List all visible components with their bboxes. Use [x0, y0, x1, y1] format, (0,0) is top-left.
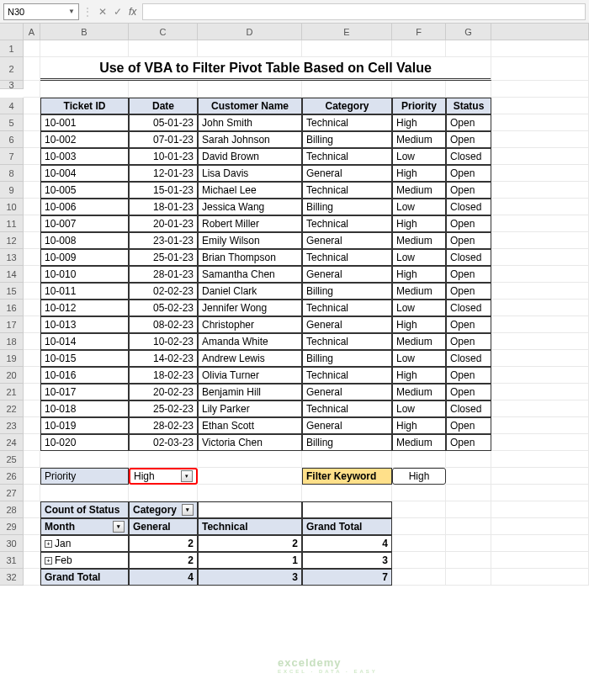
- table-cell: Technical: [302, 148, 392, 165]
- name-box[interactable]: N30 ▼: [3, 3, 79, 20]
- col-header-C[interactable]: C: [129, 24, 198, 40]
- row-header-13[interactable]: 13: [0, 249, 24, 266]
- blank-cell: [24, 485, 40, 501]
- table-cell: Billing: [302, 131, 392, 148]
- row-header-12[interactable]: 12: [0, 232, 24, 249]
- pivot-row-field[interactable]: Month▾: [40, 518, 129, 535]
- row-header-18[interactable]: 18: [0, 333, 24, 350]
- row-header-21[interactable]: 21: [0, 384, 24, 400]
- table-cell: Low: [392, 249, 446, 266]
- row-header-23[interactable]: 23: [0, 417, 24, 434]
- row-header-1[interactable]: 1: [0, 40, 24, 57]
- blank-cell: [491, 367, 589, 384]
- dropdown-icon[interactable]: ▾: [182, 504, 194, 516]
- row-header-8[interactable]: 8: [0, 165, 24, 182]
- blank-cell: [491, 182, 589, 199]
- blank-cell: [24, 165, 40, 182]
- row-header-9[interactable]: 9: [0, 182, 24, 199]
- row-header-7[interactable]: 7: [0, 148, 24, 165]
- row-header-20[interactable]: 20: [0, 367, 24, 384]
- table-cell: Open: [446, 367, 491, 384]
- row-header-32[interactable]: 32: [0, 569, 24, 586]
- pivot-row-label[interactable]: +Feb: [40, 552, 129, 569]
- blank-cell: [491, 468, 589, 485]
- table-cell: 28-01-23: [129, 266, 198, 283]
- row-header-16[interactable]: 16: [0, 300, 24, 316]
- fx-icon[interactable]: fx: [126, 6, 139, 18]
- table-cell: Billing: [302, 199, 392, 215]
- row-header-27[interactable]: 27: [0, 485, 24, 501]
- blank-cell: [198, 451, 302, 468]
- filter-keyword-value[interactable]: High: [392, 468, 446, 485]
- blank-cell: [129, 485, 198, 501]
- pivot-row-label[interactable]: +Jan: [40, 535, 129, 552]
- table-cell: Robert Miller: [198, 215, 302, 232]
- blank-cell: [446, 468, 491, 485]
- table-cell: Technical: [302, 300, 392, 316]
- row-header-6[interactable]: 6: [0, 131, 24, 148]
- table-cell: 15-01-23: [129, 182, 198, 199]
- table-cell: Open: [446, 131, 491, 148]
- row-header-2[interactable]: 2: [0, 57, 24, 81]
- row-header-28[interactable]: 28: [0, 501, 24, 518]
- cancel-icon[interactable]: ✕: [96, 6, 109, 18]
- col-header-D[interactable]: D: [198, 24, 302, 40]
- page-title: Use of VBA to Filter Pivot Table Based o…: [40, 57, 491, 81]
- table-cell: 10-02-23: [129, 333, 198, 350]
- pivot-filter-cell[interactable]: High▾: [129, 468, 198, 485]
- pivot-corner: Count of Status: [40, 501, 129, 518]
- row-header-4[interactable]: 4: [0, 98, 24, 114]
- select-all-corner[interactable]: [0, 24, 24, 40]
- col-header-G[interactable]: G: [446, 24, 491, 40]
- blank-cell: [24, 300, 40, 316]
- formula-bar[interactable]: [142, 3, 586, 20]
- table-cell: Closed: [446, 350, 491, 367]
- pivot-col-field[interactable]: Category▾: [129, 501, 198, 518]
- row-header-14[interactable]: 14: [0, 266, 24, 283]
- blank-cell: [24, 451, 40, 468]
- row-header-5[interactable]: 5: [0, 114, 24, 131]
- name-box-value: N30: [8, 7, 24, 17]
- col-header-B[interactable]: B: [40, 24, 129, 40]
- row-header-15[interactable]: 15: [0, 283, 24, 300]
- col-header-F[interactable]: F: [392, 24, 446, 40]
- blank-cell: [491, 215, 589, 232]
- expand-icon[interactable]: +: [45, 540, 52, 548]
- row-header-22[interactable]: 22: [0, 400, 24, 417]
- table-cell: Open: [446, 384, 491, 400]
- table-cell: 10-005: [40, 182, 129, 199]
- blank-cell: [392, 569, 446, 586]
- row-header-19[interactable]: 19: [0, 350, 24, 367]
- col-header-E[interactable]: E: [302, 24, 392, 40]
- col-header-A[interactable]: A: [24, 24, 40, 40]
- row-header-24[interactable]: 24: [0, 434, 24, 451]
- filter-icon[interactable]: ▾: [181, 470, 193, 482]
- table-cell: 10-01-23: [129, 148, 198, 165]
- row-header-3[interactable]: 3: [0, 81, 24, 89]
- blank-cell: [302, 451, 392, 468]
- row-header-30[interactable]: 30: [0, 535, 24, 552]
- row-header-29[interactable]: 29: [0, 518, 24, 535]
- row-header-25[interactable]: 25: [0, 451, 24, 468]
- table-cell: 10-009: [40, 249, 129, 266]
- table-cell: 10-002: [40, 131, 129, 148]
- blank-cell: [24, 81, 40, 98]
- table-cell: Jennifer Wong: [198, 300, 302, 316]
- row-header-11[interactable]: 11: [0, 215, 24, 232]
- expand-icon[interactable]: +: [45, 557, 52, 565]
- pivot-grand-val: 3: [198, 569, 302, 586]
- row-header-31[interactable]: 31: [0, 552, 24, 569]
- dropdown-icon[interactable]: ▾: [113, 521, 125, 533]
- row-header-17[interactable]: 17: [0, 316, 24, 333]
- pivot-val: 2: [129, 535, 198, 552]
- table-cell: Open: [446, 232, 491, 249]
- row-header-26[interactable]: 26: [0, 468, 24, 485]
- table-cell: Closed: [446, 400, 491, 417]
- row-header-10[interactable]: 10: [0, 199, 24, 215]
- chevron-down-icon[interactable]: ▼: [68, 8, 75, 15]
- pivot-val: 3: [302, 552, 392, 569]
- blank-cell: [24, 98, 40, 114]
- enter-icon[interactable]: ✓: [111, 6, 125, 18]
- table-cell: Low: [392, 148, 446, 165]
- blank-cell: [446, 485, 491, 501]
